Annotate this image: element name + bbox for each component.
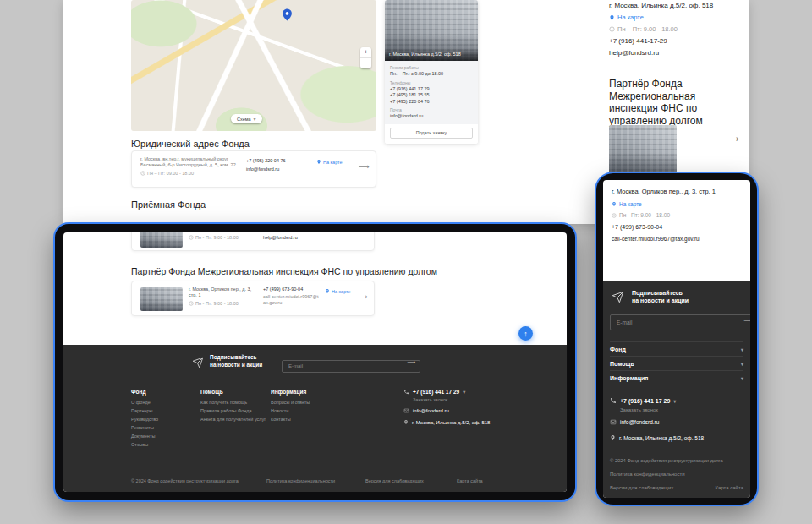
hours-label: Режим работы — [390, 65, 473, 70]
partner-card[interactable]: г. Москва, Орликов пер., д. 3, стр. 1 Пн… — [131, 281, 375, 316]
mobile-phone-link[interactable]: +7 (499) 673-90-04 — [612, 224, 742, 230]
privacy-link[interactable]: Политика конфиденциальности — [610, 472, 685, 477]
footer-phone-link[interactable]: +7 (916) 441 17 29 ▾ — [610, 397, 676, 404]
footer-link[interactable]: Как получить помощь — [200, 400, 268, 405]
footer-column-info: Информация Вопросы и ответы Новости Конт… — [271, 389, 338, 425]
scroll-top-button[interactable]: ↑ — [518, 326, 533, 341]
sidebar-phone-link[interactable]: +7 (916) 441-17-29 — [609, 37, 667, 45]
reception-card-partial[interactable]: Пн - Пт: 9.00 - 18.00 help@fondsrd.ru — [131, 232, 375, 251]
phone-link[interactable]: +7 (495) 220 04 76 — [390, 99, 473, 106]
sidebar-hours: Пн – Пт: 9.00 - 18.00 — [609, 25, 678, 33]
footer-link[interactable]: Контакты — [271, 417, 338, 422]
sitemap-link[interactable]: Карта сайта — [457, 478, 483, 483]
footer-column-title: Информация — [271, 389, 338, 395]
pin-icon — [403, 419, 409, 425]
footer-link[interactable]: Вопросы и ответы — [271, 400, 338, 405]
partner-photo — [609, 125, 677, 176]
email-link[interactable]: info@fondsrd.ru — [390, 113, 473, 120]
pin-icon — [610, 434, 616, 441]
phone-link[interactable]: +7 (916) 441 17 29 — [390, 86, 473, 93]
zoom-out-button[interactable]: − — [360, 57, 371, 68]
subscribe-email-input[interactable] — [282, 360, 420, 373]
mobile-address-card: г. Москва, Орликов пер., д. 3, стр. 1 На… — [612, 188, 742, 242]
sidebar-email-link[interactable]: help@fondsrd.ru — [609, 49, 659, 57]
subscribe-email-input[interactable] — [610, 314, 750, 330]
footer-link[interactable]: Новости — [271, 408, 338, 413]
zoom-in-button[interactable]: + — [360, 47, 371, 57]
subscribe-submit-button[interactable]: ⟶ — [407, 359, 415, 366]
partner-phone-link[interactable]: +7 (499) 673-90-04 — [263, 287, 321, 292]
map[interactable]: + − Схема ▾ — [131, 0, 376, 131]
arrow-right-icon[interactable]: ⟶ — [726, 134, 739, 145]
menu-item-help[interactable]: Помощь ▾ — [610, 357, 743, 371]
footer-link[interactable]: Анкета для получателей услуг — [200, 417, 268, 422]
footer-address: г. Москва, Ильинка д.5/2, оф. 518 — [610, 434, 704, 441]
office-info-panel: Режим работы Пн. – Пт.: с 9.00 до 18.00 … — [385, 61, 478, 124]
legal-section-title: Юридический адрес Фонда — [131, 139, 250, 149]
tablet-screen: Пн - Пт: 9.00 - 18.00 help@fondsrd.ru Па… — [63, 232, 567, 492]
menu-item-fund[interactable]: Фонд ▾ — [610, 342, 743, 357]
clock-icon — [140, 171, 145, 176]
sidebar-map-link[interactable]: На карте — [609, 14, 644, 21]
reception-email-link[interactable]: help@fondsrd.ru — [263, 235, 298, 241]
legal-address-text: г. Москва, вн.тер.г. муниципальный округ… — [140, 156, 240, 168]
clock-icon — [189, 235, 194, 240]
reception-hours: Пн - Пт: 9.00 - 18.00 — [189, 235, 239, 240]
footer-copyright: © 2024 Фонд содействия реструктуризации … — [131, 478, 239, 483]
subscribe-submit-button[interactable]: ⟶ — [743, 318, 750, 325]
subscribe-subtitle: на новости и акции — [632, 297, 689, 304]
map-marker-icon[interactable] — [282, 7, 293, 22]
tablet-device-frame: Пн - Пт: 9.00 - 18.00 help@fondsrd.ru Па… — [55, 224, 575, 500]
legal-map-link[interactable]: На карте — [316, 159, 343, 165]
subscribe-block: Подписывайтесь на новости и акции — [632, 289, 689, 304]
legal-email-link[interactable]: info@fondsrd.ru — [246, 166, 312, 172]
partner-map-link[interactable]: На карте — [325, 288, 351, 294]
callback-link[interactable]: Заказать звонок — [413, 397, 490, 402]
clock-icon — [609, 26, 615, 32]
subscribe-block: Подписывайтесь на новости и акции — [210, 353, 262, 368]
partner-hours: Пн - Пт: 9.00 - 18.00 — [189, 301, 260, 306]
footer-link[interactable]: Документы — [131, 434, 197, 439]
hours-value: Пн. – Пт.: с 9.00 до 18.00 — [390, 71, 473, 78]
sitemap-link[interactable]: Карта сайта — [716, 485, 743, 490]
footer-address: г. Москва, Ильинка д.5/2, оф. 518 — [403, 419, 490, 425]
partner-email-link[interactable]: call-center.miudol.r9967@tax.gov.ru — [263, 294, 321, 306]
partner-heading: Партнёр Фонда Межрегиональная инспекция … — [609, 78, 744, 127]
footer-phone-link[interactable]: +7 (916) 441 17 29 ▾ — [403, 389, 490, 395]
arrow-right-icon[interactable]: ⟶ — [357, 292, 368, 301]
mobile-map-link[interactable]: На карте — [612, 201, 742, 207]
map-layer-label: Схема — [237, 117, 251, 122]
caret-down-icon: ▾ — [463, 389, 465, 395]
menu-item-info[interactable]: Информация ▾ — [610, 371, 743, 385]
map-layer-control[interactable]: Схема ▾ — [231, 114, 262, 123]
clock-icon — [189, 301, 194, 306]
sidebar-address: г. Москва, Ильинка д.5/2, оф. 518 — [609, 2, 713, 9]
arrow-right-icon[interactable]: ⟶ — [359, 162, 370, 171]
footer-email-link[interactable]: info@fondsrd.ru — [403, 408, 490, 413]
accessibility-link[interactable]: Версии для слабовидящих — [610, 485, 673, 490]
mobile-email-link[interactable]: call-center.miudol.r9967@tax.gov.ru — [612, 236, 742, 242]
footer-link[interactable]: Правила работы Фонда — [200, 408, 268, 413]
footer-link[interactable]: Руководство — [131, 417, 197, 422]
callback-link[interactable]: Заказать звонок — [620, 407, 658, 412]
subscribe-form: ⟶ — [282, 356, 420, 368]
office-photo-caption: г. Москва, Ильинка д.5/2, оф. 518 — [385, 48, 478, 61]
apply-button[interactable]: Подать заявку — [390, 128, 473, 139]
caret-down-icon: ▾ — [741, 347, 743, 352]
footer-link[interactable]: Реквизиты — [131, 425, 197, 430]
map-zoom-control[interactable]: + − — [360, 47, 371, 68]
phone-link[interactable]: +7 (495) 181 15 55 — [390, 92, 473, 99]
privacy-link[interactable]: Политика конфиденциальности — [266, 478, 335, 483]
mobile-device-frame: г. Москва, Орликов пер., д. 3, стр. 1 На… — [596, 173, 757, 505]
legal-phone-link[interactable]: +7 (495) 220 04 76 — [246, 158, 312, 164]
mail-icon — [403, 408, 409, 413]
accessibility-link[interactable]: Версия для слабовидящих — [365, 478, 424, 483]
footer-link[interactable]: О фонде — [131, 400, 197, 405]
footer-link[interactable]: Отзывы — [131, 442, 197, 447]
legal-address-card[interactable]: г. Москва, вн.тер.г. муниципальный округ… — [131, 150, 376, 188]
mobile-accordion-menu: Фонд ▾ Помощь ▾ Информация ▾ — [610, 341, 743, 385]
footer-link[interactable]: Партнеры — [131, 408, 197, 413]
subscribe-subtitle: на новости и акции — [210, 361, 262, 368]
footer-email-link[interactable]: info@fondsrd.ru — [610, 419, 659, 425]
caret-down-icon: ▾ — [741, 361, 743, 367]
